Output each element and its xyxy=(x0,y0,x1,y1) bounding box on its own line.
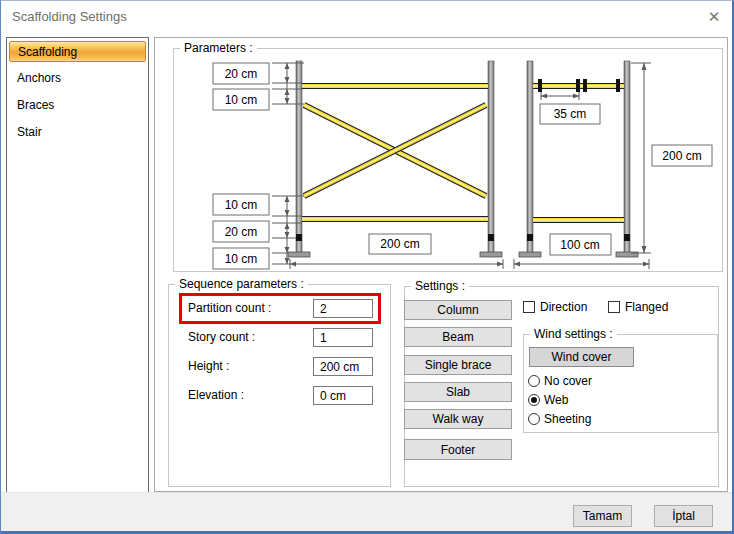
sidebar-item-braces[interactable]: Braces xyxy=(9,95,146,116)
joint-mark xyxy=(624,234,630,241)
base-pad xyxy=(480,252,502,257)
sidebar-item-stair[interactable]: Stair xyxy=(9,122,146,143)
dim-label-top-10cm: 10 cm xyxy=(225,93,258,107)
sidebar-item-scaffolding[interactable]: Scaffolding xyxy=(9,41,146,62)
web-radio-label: Web xyxy=(544,394,568,407)
category-list: Scaffolding Anchors Braces Stair xyxy=(6,37,149,498)
height-dimension xyxy=(631,63,651,253)
slab-button[interactable]: Slab xyxy=(404,382,512,402)
cross-braces xyxy=(304,105,486,196)
dim-label-bottom2-10cm: 10 cm xyxy=(225,252,258,266)
cancel-button[interactable]: İptal xyxy=(654,505,713,527)
sequence-group-label: Sequence parameters : xyxy=(175,277,308,291)
story-count-label: Story count : xyxy=(188,328,255,347)
story-count-input[interactable] xyxy=(313,328,373,347)
ok-button[interactable]: Tamam xyxy=(573,505,632,527)
single-brace-button[interactable]: Single brace xyxy=(404,355,512,375)
scaffolding-settings-dialog: Scaffolding Settings ✕ Scaffolding Ancho… xyxy=(0,0,734,534)
web-radio[interactable] xyxy=(528,394,540,406)
no-cover-radio-label: No cover xyxy=(544,375,592,388)
titlebar: Scaffolding Settings ✕ xyxy=(1,1,732,33)
elevation-input[interactable] xyxy=(313,386,373,405)
close-icon[interactable]: ✕ xyxy=(699,5,729,29)
settings-group-label: Settings : xyxy=(411,279,469,293)
flanged-checkbox-label: Flanged xyxy=(625,301,668,314)
direction-checkbox-label: Direction xyxy=(540,301,587,314)
dim-label-spacing: 35 cm xyxy=(554,107,587,121)
joint-mark xyxy=(296,234,302,241)
front-left-post xyxy=(296,61,302,253)
front-right-post xyxy=(488,61,494,253)
wind-settings-group-label: Wind settings : xyxy=(530,327,617,341)
dim-label-top-20cm: 20 cm xyxy=(225,67,258,81)
walk-way-button[interactable]: Walk way xyxy=(404,409,512,429)
base-pad xyxy=(519,252,541,257)
sheeting-radio-label: Sheeting xyxy=(544,413,591,426)
column-button[interactable]: Column xyxy=(404,300,512,320)
sidebar-item-anchors[interactable]: Anchors xyxy=(9,68,146,89)
beam-button[interactable]: Beam xyxy=(404,327,512,347)
elevation-label: Elevation : xyxy=(188,386,244,405)
flanged-checkbox[interactable] xyxy=(608,301,620,313)
base-pad xyxy=(288,252,310,257)
wind-cover-button[interactable]: Wind cover xyxy=(529,347,634,367)
dim-label-front-width: 200 cm xyxy=(380,237,419,251)
front-width-dimension xyxy=(290,259,503,269)
partition-count-highlight xyxy=(179,293,381,324)
height-label: Height : xyxy=(188,357,229,376)
direction-checkbox[interactable] xyxy=(523,301,535,313)
joint-mark xyxy=(488,234,494,241)
window-title: Scaffolding Settings xyxy=(12,9,127,24)
dim-label-bottom-20cm: 20 cm xyxy=(225,225,258,239)
joint-mark xyxy=(527,234,533,241)
no-cover-radio[interactable] xyxy=(528,375,540,387)
dim-label-side-height: 200 cm xyxy=(662,149,701,163)
dim-label-side-width: 100 cm xyxy=(560,238,599,252)
side-right-post xyxy=(624,61,630,253)
front-dim-labels: 20 cm 10 cm 10 cm 20 cm 10 cm 200 cm xyxy=(213,63,431,269)
footer-button[interactable]: Footer xyxy=(404,439,512,460)
height-input[interactable] xyxy=(313,357,373,376)
side-left-post xyxy=(527,61,533,253)
side-width-dimension xyxy=(514,259,649,269)
scaffolding-diagram: 20 cm 10 cm 10 cm 20 cm 10 cm 200 cm xyxy=(173,48,723,272)
sheeting-radio[interactable] xyxy=(528,413,540,425)
dim-label-bottom-10cm: 10 cm xyxy=(225,198,258,212)
